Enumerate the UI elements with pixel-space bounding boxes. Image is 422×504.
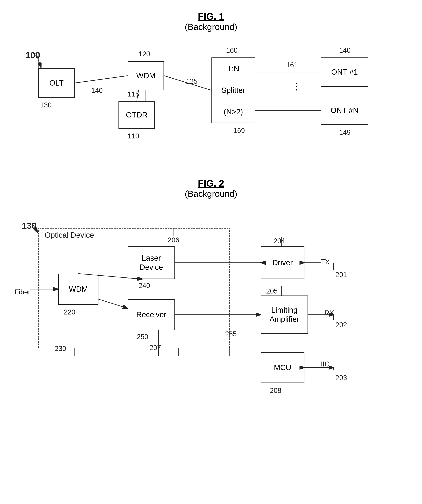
ref-169: 169 [233, 127, 245, 135]
driver-label: Driver [272, 258, 293, 267]
ref-110: 110 [128, 132, 139, 140]
ref-125: 125 [186, 78, 197, 85]
fig1-subtitle: (Background) [15, 22, 407, 32]
fig1-section: FIG. 1 (Background) 100 OLT 130 WDM 120 … [15, 11, 407, 163]
ont1-label: ONT #1 [331, 67, 358, 77]
ref-208: 208 [270, 387, 281, 395]
otdr-label: OTDR [126, 110, 148, 120]
optical-device-label: Optical Device [45, 231, 94, 240]
olt-box: OLT [38, 68, 75, 98]
page: FIG. 1 (Background) 100 OLT 130 WDM 120 … [0, 0, 422, 504]
otdr-box: OTDR [118, 101, 155, 129]
fig2-title-main: FIG. 2 [15, 178, 407, 189]
tx-label: TX [321, 258, 330, 266]
fig2-title: FIG. 2 (Background) [15, 178, 407, 199]
receiver-label: Receiver [136, 310, 166, 319]
ontn-box: ONT #N [321, 96, 368, 125]
ref-120: 120 [139, 50, 150, 58]
mcu-box: MCU [261, 352, 305, 383]
laser-label: LaserDevice [140, 253, 163, 272]
splitter-box: 1:N Splitter (N>2) [211, 57, 255, 123]
rx-label: RX [324, 309, 334, 317]
ref-202: 202 [335, 321, 347, 329]
fiber-label: Fiber [15, 288, 30, 296]
dots-label: ⋮ [292, 81, 301, 92]
wdm1-box: WDM [128, 61, 164, 90]
ref-160: 160 [226, 47, 238, 54]
mcu-label: MCU [274, 363, 291, 372]
wdm1-label: WDM [136, 71, 156, 80]
ref-149: 149 [339, 129, 351, 137]
ref-220: 220 [64, 308, 75, 316]
fig2-subtitle: (Background) [15, 189, 407, 199]
fig2-section: FIG. 2 (Background) 130 Optical Device W… [15, 178, 407, 370]
ref-250: 250 [137, 333, 148, 341]
ont1-box: ONT #1 [321, 57, 368, 87]
ontn-label: ONT #N [330, 106, 358, 115]
ref-204: 204 [273, 237, 285, 245]
ref-230: 230 [55, 345, 66, 353]
splitter-line1: 1:N [227, 64, 239, 73]
ref-130: 130 [40, 101, 52, 109]
ref-205: 205 [266, 287, 278, 295]
ref-161: 161 [286, 61, 298, 69]
wdm2-box: WDM [58, 274, 99, 305]
receiver-box: Receiver [128, 299, 175, 330]
ref-201: 201 [335, 271, 347, 279]
fig1-title-main: FIG. 1 [15, 11, 407, 22]
ref-115: 115 [128, 90, 139, 98]
olt-label: OLT [49, 78, 64, 88]
driver-box: Driver [261, 246, 305, 279]
ref-240: 240 [139, 282, 150, 290]
ref-206: 206 [168, 236, 179, 244]
ref-207: 207 [149, 344, 161, 352]
ref-235: 235 [225, 330, 237, 338]
svg-line-0 [75, 76, 128, 83]
ref-140-wire: 140 [91, 87, 103, 95]
fig2-system-label: 130 [22, 221, 36, 231]
ref-140-ont1: 140 [339, 47, 351, 54]
fig2-diagram: 130 Optical Device WDM 220 LaserDevice 2… [15, 206, 407, 370]
fig1-diagram: 100 OLT 130 WDM 120 OTDR 110 115 [15, 39, 407, 163]
ref-203: 203 [335, 374, 347, 382]
svg-line-7 [75, 76, 128, 83]
iic-label: IIC [321, 360, 330, 368]
laser-box: LaserDevice [128, 246, 175, 279]
wdm2-label: WDM [69, 285, 88, 294]
splitter-line3: (N>2) [224, 107, 243, 116]
fig1-system-label: 100 [25, 50, 40, 60]
fig1-title: FIG. 1 (Background) [15, 11, 407, 32]
lim-amp-label: LimitingAmplifier [270, 306, 299, 324]
splitter-line2: Splitter [222, 86, 245, 95]
lim-amp-box: LimitingAmplifier [261, 295, 308, 334]
